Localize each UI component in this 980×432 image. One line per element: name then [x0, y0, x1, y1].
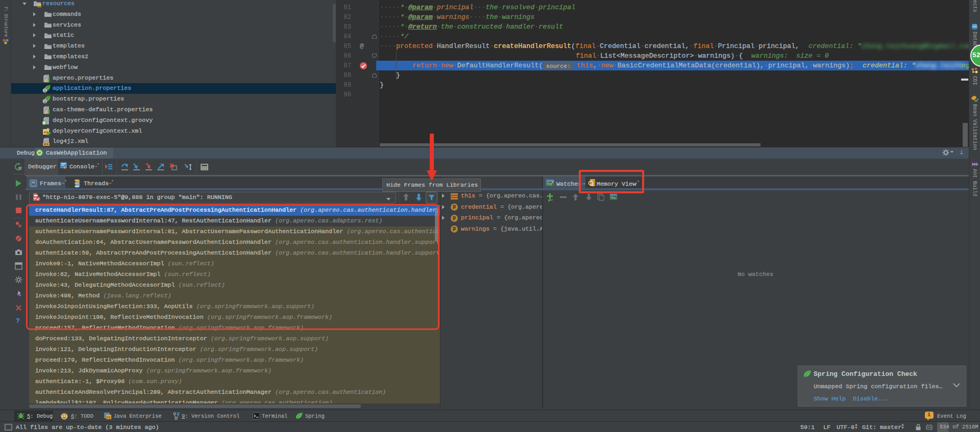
svg-text:<>: <>: [44, 142, 49, 146]
svg-text:G: G: [43, 121, 45, 124]
svg-text:EE: EE: [107, 416, 111, 420]
